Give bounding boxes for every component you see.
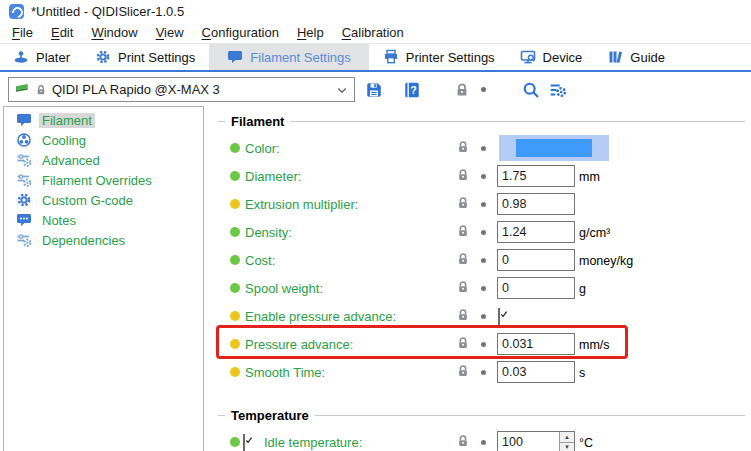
spin-buttons[interactable]: ▲▼ (559, 432, 574, 451)
menu-file[interactable]: File (3, 23, 42, 42)
tab-bar: PlaterPrint SettingsFilament SettingsPri… (0, 43, 751, 72)
sidebar-item-dependencies[interactable]: Dependencies (4, 230, 203, 250)
checkbox-enable-pressure-advance[interactable] (498, 309, 500, 327)
lock-icon[interactable] (456, 224, 470, 238)
menu-view[interactable]: View (147, 23, 193, 42)
sidebar-item-advanced[interactable]: Advanced (4, 150, 203, 170)
revert-dot[interactable] (481, 440, 486, 445)
green-bullet-icon (230, 255, 240, 265)
setting-row-extrusion-multiplier: Extrusion multiplier:0.98 (218, 190, 751, 218)
section-header-temperature: Temperature (218, 408, 751, 423)
revert-dot[interactable] (481, 314, 486, 319)
setting-label: Cost: (245, 253, 275, 268)
help-book-icon[interactable]: ? (403, 81, 421, 99)
lock-icon[interactable] (456, 168, 470, 182)
chevron-down-icon (336, 84, 348, 96)
spin-up-icon[interactable]: ▲ (560, 432, 574, 443)
menu-help[interactable]: Help (288, 23, 333, 42)
sidebar-item-custom-g-code[interactable]: Custom G-code (4, 190, 203, 210)
revert-dot[interactable] (481, 286, 486, 291)
filament-bubble-icon (16, 112, 32, 128)
lock-icon[interactable] (456, 434, 470, 448)
sidebar-item-notes[interactable]: Notes (4, 210, 203, 230)
setting-row-pressure-advance: Pressure advance:0.031mm/s (218, 330, 751, 358)
input-pressure-advance[interactable]: 0.031 (497, 333, 575, 355)
sidebar-item-filament-overrides[interactable]: Filament Overrides (4, 170, 203, 190)
input-density[interactable]: 1.24 (497, 221, 575, 243)
lock-icon[interactable] (456, 196, 470, 210)
settings-category-tree: FilamentCoolingAdvancedFilament Override… (3, 106, 204, 451)
preset-name: QIDI PLA Rapido @X-MAX 3 (52, 82, 331, 97)
unit-label: mm (579, 170, 600, 184)
setting-label: Idle temperature: (264, 435, 362, 450)
setting-label: Diameter: (245, 169, 301, 184)
revert-dot[interactable] (481, 174, 486, 179)
revert-dot[interactable] (481, 202, 486, 207)
unit-label: g (579, 282, 586, 296)
lock-icon[interactable] (456, 280, 470, 294)
menu-edit[interactable]: Edit (42, 23, 82, 42)
input-diameter[interactable]: 1.75 (497, 165, 575, 187)
save-icon[interactable] (365, 81, 383, 99)
sidebar-item-filament[interactable]: Filament (4, 110, 203, 130)
tab-plater[interactable]: Plater (2, 44, 81, 70)
tab-print-settings[interactable]: Print Settings (84, 44, 206, 70)
input-cost[interactable]: 0 (497, 249, 575, 271)
lock-icon[interactable] (456, 140, 470, 154)
tab-guide[interactable]: Guide (596, 44, 676, 70)
setting-row-cost: Cost:0money/kg (218, 246, 751, 274)
search-icon[interactable] (522, 81, 540, 99)
filament-preset-icon (15, 82, 30, 97)
lock-icon[interactable] (456, 308, 470, 322)
setting-label: Extrusion multiplier: (245, 197, 358, 212)
revert-dot[interactable] (481, 342, 486, 347)
color-swatch-button[interactable] (499, 135, 609, 161)
qidislicer-window: *Untitled - QIDISlicer-1.0.5 FileEditWin… (0, 0, 751, 451)
menu-calibration[interactable]: Calibration (333, 23, 413, 42)
input-idle-temperature[interactable]: 100▲▼ (497, 431, 575, 451)
revert-dot[interactable] (481, 370, 486, 375)
setting-label: Color: (245, 141, 280, 156)
setting-row-color: Color: (218, 134, 751, 162)
preset-lock-icon (35, 84, 47, 96)
printer-icon (383, 49, 399, 65)
lock-icon[interactable] (456, 336, 470, 350)
window-title: *Untitled - QIDISlicer-1.0.5 (31, 4, 184, 19)
setting-row-density: Density:1.24g/cm³ (218, 218, 751, 246)
green-bullet-icon (230, 283, 240, 293)
setting-row-idle-temperature: Idle temperature:100▲▼°C (218, 428, 751, 451)
section-header-filament: Filament (218, 114, 751, 129)
menu-configuration[interactable]: Configuration (193, 23, 288, 42)
green-bullet-icon (230, 437, 240, 447)
color-swatch (516, 139, 592, 157)
lock-icon[interactable] (456, 252, 470, 266)
notes-bubble-icon (16, 212, 32, 228)
lock-icon[interactable] (456, 364, 470, 378)
setting-label: Smooth Time: (245, 365, 325, 380)
lock-icon[interactable] (454, 82, 470, 98)
tab-filament-settings[interactable]: Filament Settings (209, 44, 368, 70)
filament-preset-dropdown[interactable]: QIDI PLA Rapido @X-MAX 3 (8, 77, 355, 102)
revert-dot[interactable] (481, 258, 486, 263)
input-extrusion-multiplier[interactable]: 0.98 (497, 193, 575, 215)
setting-row-diameter: Diameter:1.75mm (218, 162, 751, 190)
setting-label: Enable pressure advance: (245, 309, 396, 324)
sidebar-item-cooling[interactable]: Cooling (4, 130, 203, 150)
green-bullet-icon (230, 227, 240, 237)
revert-dot[interactable] (481, 146, 486, 151)
device-monitor-icon (520, 49, 536, 65)
tab-device[interactable]: Device (509, 44, 594, 70)
tab-printer-settings[interactable]: Printer Settings (372, 44, 506, 70)
checkbox-idle-temperature[interactable] (243, 435, 245, 451)
gear-outline-icon (16, 192, 32, 208)
search-settings-icon[interactable] (549, 81, 567, 99)
revert-dot[interactable] (481, 230, 486, 235)
spin-down-icon[interactable]: ▼ (560, 443, 574, 451)
input-smooth-time[interactable]: 0.03 (497, 361, 575, 383)
revert-dot[interactable] (481, 87, 486, 92)
menu-window[interactable]: Window (82, 23, 146, 42)
section-title: Temperature (231, 408, 309, 423)
input-spool-weight[interactable]: 0 (497, 277, 575, 299)
fan-icon (16, 132, 32, 148)
setting-row-spool-weight: Spool weight:0g (218, 274, 751, 302)
